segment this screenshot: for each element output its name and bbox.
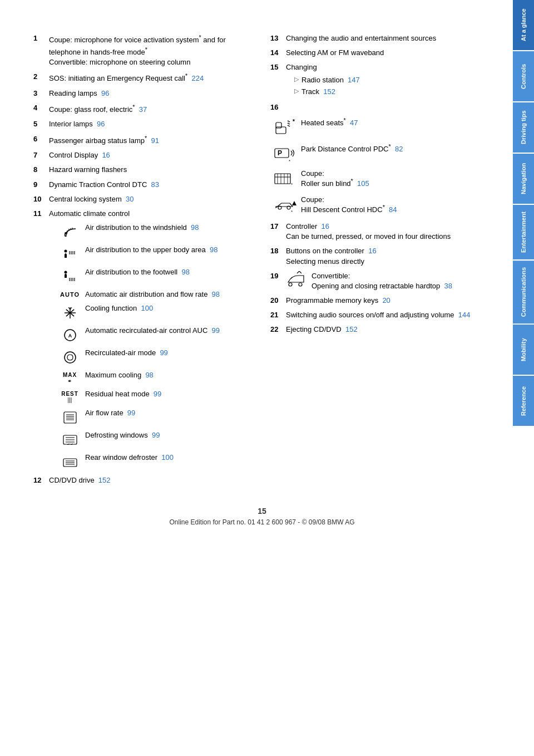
- svg-text:P: P: [278, 149, 282, 157]
- page-ref[interactable]: 83: [151, 180, 159, 189]
- list-item: 11 Automatic climate control: [33, 209, 254, 219]
- icon-row: Rear window defroster 100: [49, 453, 254, 470]
- page-ref[interactable]: 98: [181, 268, 189, 276]
- svg-rect-24: [64, 412, 76, 423]
- max-label-icon: MAX ⚭: [63, 372, 77, 384]
- item-number: 20: [270, 296, 286, 306]
- page-ref[interactable]: 98: [191, 223, 199, 232]
- icon-cell: [55, 348, 85, 365]
- sidebar-tab-driving-tips[interactable]: Driving tips: [513, 102, 534, 153]
- rest-label-icon: REST |||: [61, 391, 78, 403]
- page-ref[interactable]: 144: [458, 311, 471, 319]
- page-ref[interactable]: 16: [322, 222, 329, 230]
- sidebar-tab-entertainment[interactable]: Entertainment: [513, 205, 534, 259]
- page-ref[interactable]: 98: [212, 290, 220, 298]
- icon-cell: [55, 268, 85, 284]
- icon-label: Recirculated-air mode 99: [85, 348, 254, 357]
- item-text: Interior lamps 96: [49, 119, 254, 129]
- page-ref[interactable]: 100: [141, 304, 153, 312]
- item-number: 15: [270, 62, 286, 99]
- page-ref[interactable]: 96: [101, 89, 109, 97]
- page-ref[interactable]: 20: [382, 296, 390, 305]
- page-ref[interactable]: 152: [345, 325, 358, 333]
- item-text: Automatic climate control: [49, 209, 254, 219]
- item-19-text: Convertible:Opening and closing retracta…: [312, 271, 452, 291]
- page-ref[interactable]: 152: [98, 476, 111, 484]
- page-ref[interactable]: 91: [151, 136, 159, 145]
- page-ref[interactable]: 30: [126, 195, 134, 203]
- sidebar-tab-reference[interactable]: Reference: [513, 376, 534, 426]
- item-number: 21: [270, 310, 286, 320]
- svg-point-4: [65, 232, 67, 234]
- item-text: Convertible:Opening and closing retracta…: [286, 271, 491, 291]
- item-text: Changing ▷ Radio station 147 ▷ Track 152: [286, 62, 491, 99]
- icon-row: AUTO Automatic air distribution and flow…: [49, 290, 254, 298]
- sidebar-tab-controls[interactable]: Controls: [513, 51, 534, 101]
- page-ref[interactable]: 37: [139, 105, 147, 114]
- icon-label: Residual heat mode 99: [85, 390, 254, 398]
- icon-label: Defrosting windows 99: [85, 431, 254, 439]
- svg-text:*: *: [293, 119, 295, 125]
- icon-row: Air distribution to the windshield 98: [49, 223, 254, 240]
- icon-cell: REST |||: [55, 390, 85, 403]
- air-footwell-icon: [62, 269, 78, 284]
- icon-row: MAX ⚭ Maximum cooling 98: [49, 371, 254, 384]
- section-16: 16: [270, 103, 491, 215]
- page-ref[interactable]: 99: [127, 409, 135, 417]
- page-ref[interactable]: 82: [395, 145, 403, 153]
- item-text: CD/DVD drive 152: [49, 475, 254, 485]
- icon-cell: [55, 431, 85, 448]
- section-16-item: * Coupe:Hill Descent Control HDC* 84: [270, 195, 491, 215]
- list-item: 2 SOS: initiating an Emergency Request c…: [33, 72, 254, 84]
- right-column: 13 Changing the audio and entertainment …: [270, 33, 491, 490]
- roller-sun-icon: *: [273, 169, 298, 189]
- icon-label: Maximum cooling 98: [85, 371, 254, 379]
- page-ref[interactable]: 147: [348, 76, 360, 84]
- sidebar-tab-navigation[interactable]: Navigation: [513, 154, 534, 204]
- sidebar-tab-communications[interactable]: Communications: [513, 261, 534, 323]
- page-ref[interactable]: 105: [357, 179, 369, 188]
- svg-text:*: *: [289, 159, 290, 163]
- list-item: 6 Passenger airbag status lamp* 91: [33, 134, 254, 146]
- item-text: Hazard warning flashers: [49, 165, 254, 175]
- page-ref[interactable]: 99: [212, 326, 220, 335]
- page-ref[interactable]: 224: [191, 75, 204, 83]
- section-16-item: P * Park Distance Control PDC* 82: [270, 143, 491, 163]
- icon-label: Air distribution to the footwell 98: [85, 268, 254, 276]
- page-ref[interactable]: 152: [323, 87, 335, 96]
- item-text: Coupe: glass roof, electric* 37: [49, 103, 254, 115]
- pdc-icon: P *: [273, 143, 298, 163]
- icon-cell: [55, 304, 85, 321]
- section-16-number: 16: [270, 103, 491, 111]
- svg-point-5: [64, 250, 67, 253]
- icon-label: Air flow rate 99: [85, 409, 254, 417]
- page-ref[interactable]: 16: [102, 151, 110, 159]
- item-number: 11: [33, 209, 49, 219]
- defrost-icon: [62, 432, 78, 448]
- icon-label: Cooling function 100: [85, 304, 254, 312]
- section-16-icon: *: [270, 169, 301, 189]
- page-ref[interactable]: 98: [145, 371, 153, 379]
- page-ref[interactable]: 100: [161, 453, 174, 462]
- page-ref[interactable]: 84: [389, 205, 397, 214]
- section-16-icon: P *: [270, 143, 301, 163]
- item-number: 12: [33, 475, 49, 485]
- item-text: Passenger airbag status lamp* 91: [49, 134, 254, 146]
- page-ref[interactable]: 16: [368, 247, 376, 255]
- item-text: Coupe: microphone for voice activation s…: [49, 33, 254, 67]
- page-ref[interactable]: 99: [160, 348, 167, 357]
- sidebar-tab-at-a-glance[interactable]: At a glance: [513, 0, 534, 50]
- page-ref[interactable]: 96: [97, 120, 105, 128]
- list-item: 7 Control Display 16: [33, 150, 254, 160]
- page-ref[interactable]: 47: [350, 119, 358, 127]
- page-ref[interactable]: 98: [210, 246, 217, 254]
- list-item: 20 Programmable memory keys 20: [270, 296, 491, 306]
- item-number: 9: [33, 180, 49, 190]
- sub-item-text: Radio station 147: [301, 75, 360, 85]
- sidebar-tab-mobility[interactable]: Mobility: [513, 325, 534, 375]
- page-ref[interactable]: 38: [444, 282, 452, 290]
- icon-cell: [55, 453, 85, 470]
- svg-text:A: A: [68, 333, 72, 338]
- page-ref[interactable]: 99: [152, 431, 160, 439]
- page-ref[interactable]: 99: [154, 390, 161, 398]
